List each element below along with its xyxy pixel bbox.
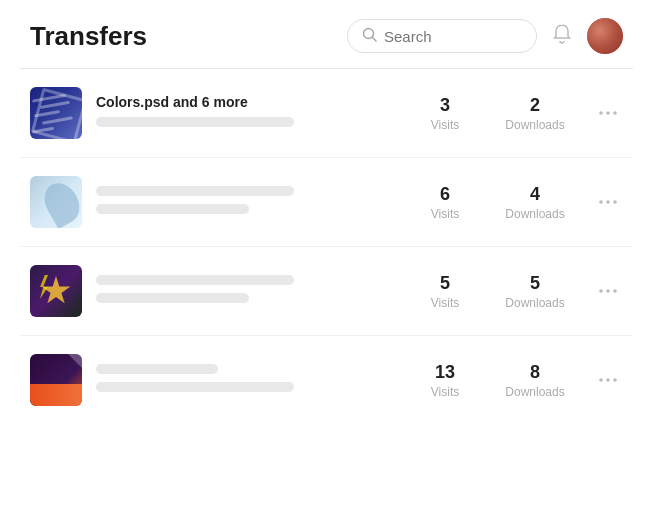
bolt-shape [40, 275, 48, 299]
bell-icon[interactable] [551, 23, 573, 50]
visits-stat: 5 Visits [415, 273, 475, 310]
transfer-item: 6 Visits 4 Downloads [20, 158, 633, 247]
avatar[interactable] [587, 18, 623, 54]
visits-stat: 6 Visits [415, 184, 475, 221]
svg-point-11 [599, 378, 603, 382]
header: Transfers [0, 0, 653, 68]
svg-point-5 [599, 200, 603, 204]
transfer-name: Colors.psd and 6 more [96, 94, 401, 110]
thumb-pattern [30, 176, 82, 228]
skeleton-line [96, 293, 249, 303]
downloads-number: 5 [530, 273, 540, 294]
search-input[interactable] [384, 28, 522, 45]
downloads-label: Downloads [505, 207, 564, 221]
svg-point-10 [613, 289, 617, 293]
transfer-info: Colors.psd and 6 more [96, 94, 401, 132]
transfer-stats: 3 Visits 2 Downloads [415, 95, 565, 132]
transfer-item: 13 Visits 8 Downloads [20, 336, 633, 424]
leaf-shape [38, 177, 82, 228]
more-button[interactable] [593, 107, 623, 119]
skeleton-line [96, 204, 249, 214]
transfer-thumbnail [30, 265, 82, 317]
visits-label: Visits [431, 385, 459, 399]
more-button[interactable] [593, 196, 623, 208]
svg-point-8 [599, 289, 603, 293]
orange-accent [30, 384, 82, 406]
svg-point-7 [613, 200, 617, 204]
svg-point-12 [606, 378, 610, 382]
downloads-stat: 2 Downloads [505, 95, 565, 132]
transfer-item: 5 Visits 5 Downloads [20, 247, 633, 336]
page-title: Transfers [30, 21, 147, 52]
visits-number: 6 [440, 184, 450, 205]
skeleton-line [96, 117, 294, 127]
downloads-label: Downloads [505, 118, 564, 132]
visits-stat: 13 Visits [415, 362, 475, 399]
skeleton-line [96, 382, 294, 392]
svg-line-1 [373, 38, 377, 42]
search-box[interactable] [347, 19, 537, 53]
transfer-thumbnail [30, 354, 82, 406]
visits-number: 5 [440, 273, 450, 294]
visits-label: Visits [431, 118, 459, 132]
skeleton-line [96, 186, 294, 196]
more-button[interactable] [593, 285, 623, 297]
downloads-stat: 4 Downloads [505, 184, 565, 221]
thumb-pattern [30, 354, 82, 406]
downloads-label: Downloads [505, 385, 564, 399]
transfer-item: Colors.psd and 6 more 3 Visits 2 Downloa… [20, 69, 633, 158]
transfer-info [96, 275, 401, 308]
transfer-list: Colors.psd and 6 more 3 Visits 2 Downloa… [0, 69, 653, 424]
svg-point-4 [613, 111, 617, 115]
skeleton-line [96, 364, 218, 374]
svg-point-2 [599, 111, 603, 115]
transfer-info [96, 364, 401, 397]
transfer-info [96, 186, 401, 219]
downloads-number: 8 [530, 362, 540, 383]
visits-label: Visits [431, 207, 459, 221]
more-button[interactable] [593, 374, 623, 386]
skeleton-line [96, 275, 294, 285]
downloads-number: 2 [530, 95, 540, 116]
svg-point-6 [606, 200, 610, 204]
downloads-label: Downloads [505, 296, 564, 310]
svg-point-13 [613, 378, 617, 382]
transfer-stats: 13 Visits 8 Downloads [415, 362, 565, 399]
header-right [347, 18, 623, 54]
downloads-stat: 8 Downloads [505, 362, 565, 399]
thumb-pattern [30, 87, 82, 139]
transfer-stats: 6 Visits 4 Downloads [415, 184, 565, 221]
transfer-stats: 5 Visits 5 Downloads [415, 273, 565, 310]
search-icon [362, 27, 377, 45]
svg-point-3 [606, 111, 610, 115]
downloads-stat: 5 Downloads [505, 273, 565, 310]
visits-number: 3 [440, 95, 450, 116]
downloads-number: 4 [530, 184, 540, 205]
transfer-thumbnail [30, 176, 82, 228]
thumb-pattern [30, 265, 82, 317]
transfer-thumbnail [30, 87, 82, 139]
svg-point-9 [606, 289, 610, 293]
visits-number: 13 [435, 362, 455, 383]
corner-fold [68, 354, 82, 368]
avatar-image [587, 18, 623, 54]
visits-stat: 3 Visits [415, 95, 475, 132]
visits-label: Visits [431, 296, 459, 310]
